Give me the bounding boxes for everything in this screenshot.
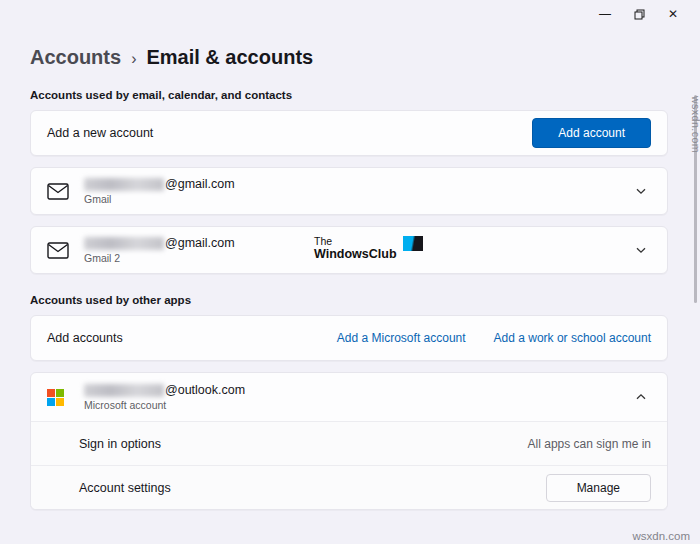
add-accounts-card: Add accounts Add a Microsoft account Add… [30,315,668,361]
title-bar: — ✕ [0,0,700,28]
account-provider: Gmail 2 [84,252,235,264]
add-work-school-account-link[interactable]: Add a work or school account [494,331,651,345]
redacted-email-prefix [84,384,164,397]
sign-in-options-label: Sign in options [79,437,161,451]
add-account-button[interactable]: Add account [532,118,651,148]
breadcrumb-accounts[interactable]: Accounts [30,46,121,69]
account-text: @outlook.com Microsoft account [84,383,245,411]
redacted-email-prefix [84,237,164,250]
breadcrumb-separator: › [131,50,136,68]
windowsclub-line1: The [314,235,397,247]
add-new-account-label: Add a new account [47,126,153,140]
account-text: @gmail.com Gmail 2 [84,236,235,264]
gmail2-account-row[interactable]: @gmail.com Gmail 2 The WindowsClub [30,226,668,274]
microsoft-account-row[interactable]: @outlook.com Microsoft account [31,373,667,421]
account-email: @gmail.com [84,236,235,250]
gmail-account-row[interactable]: @gmail.com Gmail [30,167,668,215]
breadcrumb: Accounts › Email & accounts [30,46,668,69]
settings-page: Accounts › Email & accounts Accounts use… [0,28,700,510]
chevron-down-icon[interactable] [631,240,651,260]
email-domain: @gmail.com [165,236,235,250]
section-title-other-apps: Accounts used by other apps [30,294,668,306]
account-provider: Microsoft account [84,399,245,411]
close-button[interactable]: ✕ [656,2,690,26]
windowsclub-logo-icon [403,236,423,251]
chevron-down-icon[interactable] [631,181,651,201]
add-microsoft-account-link[interactable]: Add a Microsoft account [337,331,466,345]
section-title-email: Accounts used by email, calendar, and co… [30,89,668,101]
manage-button[interactable]: Manage [546,474,651,502]
microsoft-account-card: @outlook.com Microsoft account Sign in o… [30,372,668,510]
account-settings-row: Account settings Manage [31,465,667,509]
email-domain: @gmail.com [165,177,235,191]
windowsclub-text: The WindowsClub [314,235,397,261]
account-email: @outlook.com [84,383,245,397]
account-settings-label: Account settings [79,481,171,495]
windowsclub-line2: WindowsClub [314,247,397,261]
account-provider: Gmail [84,193,235,205]
restore-icon [634,9,645,20]
side-watermark: wsxdn.com [690,96,700,153]
restore-button[interactable] [622,2,656,26]
windowsclub-watermark: The WindowsClub [314,235,423,261]
page-title: Email & accounts [146,46,313,69]
redacted-email-prefix [84,178,164,191]
bottom-watermark: wsxdn.com [632,530,690,542]
minimize-button[interactable]: — [588,2,622,26]
mail-icon [47,242,71,259]
email-domain: @outlook.com [165,383,245,397]
chevron-up-icon[interactable] [631,387,651,407]
add-new-account-card: Add a new account Add account [30,110,668,156]
sign-in-options-row[interactable]: Sign in options All apps can sign me in [31,421,667,465]
sign-in-options-value: All apps can sign me in [528,437,651,451]
mail-icon [47,183,71,200]
microsoft-logo-icon [47,389,71,406]
add-account-links: Add a Microsoft account Add a work or sc… [337,331,651,345]
account-email: @gmail.com [84,177,235,191]
add-accounts-label: Add accounts [47,331,123,345]
account-text: @gmail.com Gmail [84,177,235,205]
